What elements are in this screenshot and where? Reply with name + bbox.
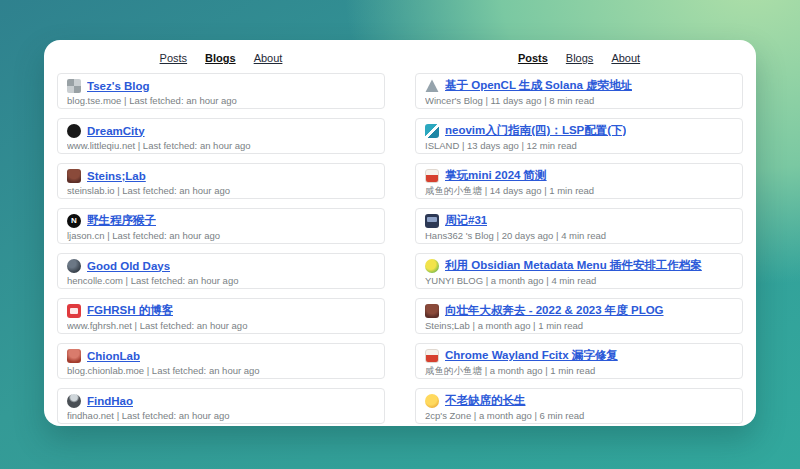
item-title-link[interactable]: Steins;Lab (87, 170, 146, 182)
item-title-row: 周记#31 (425, 213, 733, 228)
item-title-link[interactable]: 不老缺席的长生 (445, 393, 526, 408)
item-title-row: FindHao (67, 393, 375, 408)
avatar-favicon-icon (425, 304, 439, 318)
red-white-fish-favicon-icon (425, 169, 439, 183)
item-title-row: 野生程序猴子 (67, 213, 375, 228)
blogs-nav-link-blogs[interactable]: Blogs (205, 52, 236, 65)
item-title-link[interactable]: Good Old Days (87, 260, 170, 272)
item-title-link[interactable]: ChionLab (87, 350, 140, 362)
list-item: 周记#31 Hans362 's Blog | 20 days ago | 4 … (415, 208, 743, 244)
item-meta: YUNYI BLOG | a month ago | 4 min read (425, 276, 733, 286)
item-title-link[interactable]: FGHRSH 的博客 (87, 303, 173, 318)
item-meta: hencolle.com | Last fetched: an hour ago (67, 276, 375, 286)
item-meta: blog.tse.moe | Last fetched: an hour ago (67, 96, 375, 106)
list-item: 向壮年大叔奔去 - 2022 & 2023 年度 PLOG Steins;Lab… (415, 298, 743, 334)
list-item: neovim入门指南(四)：LSP配置(下) ISLAND | 13 days … (415, 118, 743, 154)
item-title-link[interactable]: 周记#31 (445, 213, 487, 228)
list-item: Tsez's Blog blog.tse.moe | Last fetched:… (57, 73, 385, 109)
item-meta: steinslab.io | Last fetched: an hour ago (67, 186, 375, 196)
blogs-nav-link-about[interactable]: About (254, 52, 283, 65)
blogs-nav: Posts Blogs About (57, 44, 385, 73)
list-item: Steins;Lab steinslab.io | Last fetched: … (57, 163, 385, 199)
page-background: Posts Blogs About Tsez's Blog blog.tse.m… (0, 0, 800, 469)
dark-avatar-favicon-icon (67, 394, 81, 408)
list-item: 野生程序猴子 ljason.cn | Last fetched: an hour… (57, 208, 385, 244)
item-title-row: Good Old Days (67, 258, 375, 273)
blogs-list: Tsez's Blog blog.tse.moe | Last fetched:… (57, 73, 385, 433)
item-title-link[interactable]: Chrome Wayland Fcitx 漏字修复 (445, 348, 618, 363)
item-title-link[interactable]: FindHao (87, 395, 133, 407)
item-meta: Wincer's Blog | 11 days ago | 8 min read (425, 96, 733, 106)
item-title-link[interactable]: 野生程序猴子 (87, 213, 156, 228)
list-item: ChionLab blog.chionlab.moe | Last fetche… (57, 343, 385, 379)
list-item: DreamCity www.littleqiu.net | Last fetch… (57, 118, 385, 154)
item-title-row: 利用 Obsidian Metadata Menu 插件安排工作档案 (425, 258, 733, 273)
item-title-link[interactable]: 利用 Obsidian Metadata Menu 插件安排工作档案 (445, 258, 702, 273)
item-title-link[interactable]: DreamCity (87, 125, 145, 137)
item-title-row: neovim入门指南(四)：LSP配置(下) (425, 123, 733, 138)
item-meta: 咸鱼的小鱼塘 | 14 days ago | 1 min read (425, 186, 733, 196)
item-title-link[interactable]: 向壮年大叔奔去 - 2022 & 2023 年度 PLOG (445, 303, 664, 318)
avatar-favicon-icon (67, 169, 81, 183)
yellow-green-circle-favicon-icon (425, 259, 439, 273)
posts-column: Posts Blogs About 基于 OpenCL 生成 Solana 虚荣… (415, 44, 743, 416)
item-title-link[interactable]: 基于 OpenCL 生成 Solana 虚荣地址 (445, 78, 632, 93)
item-meta: findhao.net | Last fetched: an hour ago (67, 411, 375, 421)
laptop-favicon-icon (425, 214, 439, 228)
item-meta: Hans362 's Blog | 20 days ago | 4 min re… (425, 231, 733, 241)
item-meta: ISLAND | 13 days ago | 12 min read (425, 141, 733, 151)
gray-pixel-favicon-icon (67, 79, 81, 93)
item-meta: 咸鱼的小鱼塘 | a month ago | 1 min read (425, 366, 733, 376)
letter-n-circle-favicon-icon (67, 214, 81, 228)
item-meta: www.fghrsh.net | Last fetched: an hour a… (67, 321, 375, 331)
blogs-column: Posts Blogs About Tsez's Blog blog.tse.m… (57, 44, 385, 416)
list-item: Good Old Days hencolle.com | Last fetche… (57, 253, 385, 289)
item-title-row: FGHRSH 的博客 (67, 303, 375, 318)
posts-nav-link-posts[interactable]: Posts (518, 52, 548, 65)
item-title-row: Steins;Lab (67, 168, 375, 183)
gray-mountain-favicon-icon (425, 79, 439, 93)
list-item: 掌玩mini 2024 简测 咸鱼的小鱼塘 | 14 days ago | 1 … (415, 163, 743, 199)
blogs-nav-link-posts[interactable]: Posts (160, 52, 188, 65)
list-item: FGHRSH 的博客 www.fghrsh.net | Last fetched… (57, 298, 385, 334)
posts-list: 基于 OpenCL 生成 Solana 虚荣地址 Wincer's Blog |… (415, 73, 743, 433)
posts-nav: Posts Blogs About (415, 44, 743, 73)
item-title-link[interactable]: 掌玩mini 2024 简测 (445, 168, 547, 183)
red-white-fish-favicon-icon (425, 349, 439, 363)
list-item: FindHao findhao.net | Last fetched: an h… (57, 388, 385, 424)
item-title-row: DreamCity (67, 123, 375, 138)
list-item: 基于 OpenCL 生成 Solana 虚荣地址 Wincer's Blog |… (415, 73, 743, 109)
item-meta: 2cp's Zone | a month ago | 6 min read (425, 411, 733, 421)
item-meta: blog.chionlab.moe | Last fetched: an hou… (67, 366, 375, 376)
item-meta: www.littleqiu.net | Last fetched: an hou… (67, 141, 375, 151)
item-title-row: ChionLab (67, 348, 375, 363)
item-meta: ljason.cn | Last fetched: an hour ago (67, 231, 375, 241)
item-title-row: Tsez's Blog (67, 78, 375, 93)
list-item: 利用 Obsidian Metadata Menu 插件安排工作档案 YUNYI… (415, 253, 743, 289)
list-item: Chrome Wayland Fcitx 漏字修复 咸鱼的小鱼塘 | a mon… (415, 343, 743, 379)
red-square-favicon-icon (67, 304, 81, 318)
item-title-row: 不老缺席的长生 (425, 393, 733, 408)
anime-avatar-favicon-icon (67, 349, 81, 363)
item-title-row: 向壮年大叔奔去 - 2022 & 2023 年度 PLOG (425, 303, 733, 318)
item-title-row: 掌玩mini 2024 简测 (425, 168, 733, 183)
teal-plane-favicon-icon (425, 124, 439, 138)
posts-nav-link-about[interactable]: About (611, 52, 640, 65)
globe-favicon-icon (67, 259, 81, 273)
item-title-link[interactable]: neovim入门指南(四)：LSP配置(下) (445, 123, 626, 138)
item-title-link[interactable]: Tsez's Blog (87, 80, 150, 92)
yellow-moon-favicon-icon (425, 394, 439, 408)
list-item: 不老缺席的长生 2cp's Zone | a month ago | 6 min… (415, 388, 743, 424)
item-meta: Steins;Lab | a month ago | 1 min read (425, 321, 733, 331)
black-dot-favicon-icon (67, 124, 81, 138)
item-title-row: 基于 OpenCL 生成 Solana 虚荣地址 (425, 78, 733, 93)
item-title-row: Chrome Wayland Fcitx 漏字修复 (425, 348, 733, 363)
posts-nav-link-blogs[interactable]: Blogs (566, 52, 594, 65)
main-panel: Posts Blogs About Tsez's Blog blog.tse.m… (44, 40, 756, 426)
